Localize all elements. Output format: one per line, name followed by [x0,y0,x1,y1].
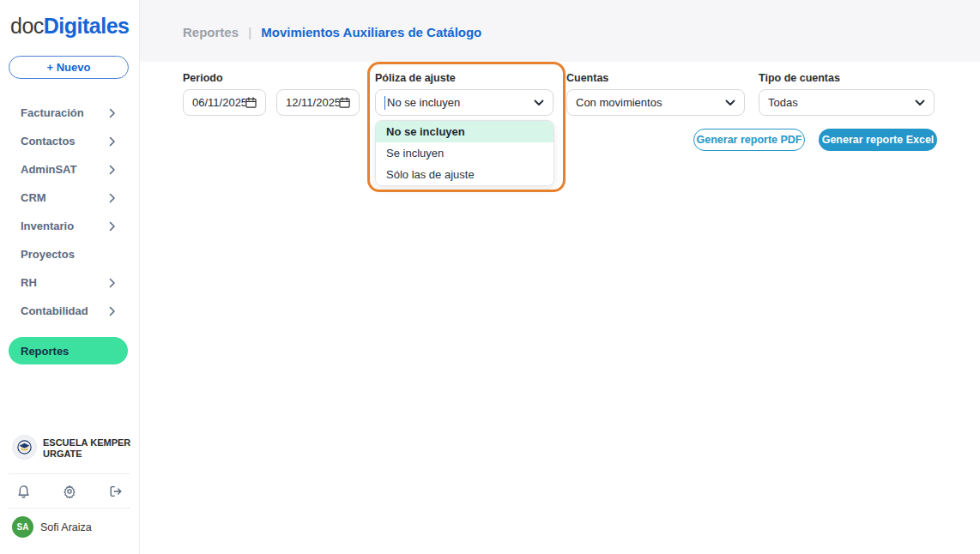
text-cursor [384,96,385,110]
sidebar-icon-row [0,480,140,503]
sidebar-item-label: Reportes [21,345,69,358]
sidebar-item-label: Contactos [21,135,76,148]
main-content: Reportes | Movimientos Auxiliares de Cat… [140,0,980,554]
sidebar: docDigitales + Nuevo Facturación Contact… [0,0,140,554]
chevron-right-icon [109,108,116,118]
sidebar-item-label: AdminSAT [21,163,76,176]
sidebar-item-contabilidad[interactable]: Contabilidad [0,297,140,325]
divider [9,508,130,509]
start-date-input[interactable]: 06/11/2025 [183,89,266,116]
new-button[interactable]: + Nuevo [9,56,129,79]
organization-row[interactable]: ESCUELA KEMPER URGATE [12,435,132,460]
calendar-icon[interactable] [339,97,350,108]
poliza-dropdown-menu: No se incluyen Se incluyen Sólo las de a… [375,120,554,186]
user-avatar: SA [12,516,33,538]
sidebar-item-label: CRM [21,191,46,204]
sidebar-item-adminsat[interactable]: AdminSAT [0,155,140,184]
dropdown-option-solo-las-de-ajuste[interactable]: Sólo las de ajuste [376,164,554,185]
breadcrumb-section[interactable]: Reportes [183,25,239,39]
sidebar-item-contactos[interactable]: Contactos [0,127,140,155]
chevron-down-icon [534,99,544,106]
logout-icon[interactable] [93,485,139,498]
tipo-cuentas-value: Todas [768,96,915,109]
generate-excel-button[interactable]: Generar reporte Excel [819,129,937,151]
sidebar-item-crm[interactable]: CRM [0,184,140,212]
organization-name: ESCUELA KEMPER URGATE [43,435,132,460]
poliza-label: Póliza de ajuste [375,72,456,84]
tipo-cuentas-label: Tipo de cuentas [759,72,840,84]
chevron-right-icon [109,306,116,316]
sidebar-item-label: Proyectos [21,248,75,261]
sidebar-item-inventario[interactable]: Inventario [0,212,140,240]
generate-pdf-button[interactable]: Generar reporte PDF [693,129,805,151]
cuentas-select[interactable]: Con movimientos [566,89,745,116]
breadcrumb: Reportes | Movimientos Auxiliares de Cat… [183,25,481,39]
poliza-select[interactable]: No se incluyen [375,89,554,116]
app-window: docDigitales + Nuevo Facturación Contact… [0,0,980,554]
calendar-icon[interactable] [245,97,257,108]
chevron-right-icon [109,221,116,232]
breadcrumb-separator: | [248,25,251,39]
periodo-label: Periodo [183,72,223,84]
chevron-down-icon [915,99,925,106]
dropdown-option-no-se-incluyen[interactable]: No se incluyen [376,121,554,142]
tipo-cuentas-select[interactable]: Todas [759,89,935,116]
chevron-right-icon [109,278,116,288]
sidebar-item-rh[interactable]: RH [0,268,140,297]
dropdown-option-se-incluyen[interactable]: Se incluyen [376,142,554,164]
user-row[interactable]: SA Sofi Araiza [12,516,92,538]
app-logo: docDigitales [10,14,130,39]
cuentas-value: Con movimientos [576,96,725,109]
logo-part-digitales: Digitales [44,14,130,38]
end-date-value: 12/11/2025 [286,96,339,109]
chevron-right-icon [109,165,116,175]
bell-icon[interactable] [0,485,46,499]
organization-logo-icon [12,435,37,460]
divider [9,473,130,474]
sidebar-nav: Facturación Contactos AdminSAT CRM Inven… [0,99,140,364]
end-date-input[interactable]: 12/11/2025 [276,89,360,116]
chevron-right-icon [109,136,116,147]
gear-icon[interactable] [46,485,93,498]
sidebar-item-label: Contabilidad [21,304,88,317]
cuentas-label: Cuentas [566,72,608,84]
sidebar-item-reportes-active[interactable]: Reportes [9,337,128,364]
sidebar-item-label: Inventario [21,220,74,232]
chevron-down-icon [725,99,735,106]
chevron-right-icon [109,193,116,203]
start-date-value: 06/11/2025 [192,96,245,109]
sidebar-item-proyectos[interactable]: Proyectos [0,240,140,268]
sidebar-item-label: RH [21,276,37,289]
poliza-value: No se incluyen [387,96,534,109]
sidebar-item-facturacion[interactable]: Facturación [0,99,140,127]
user-name: Sofi Araiza [40,521,92,533]
page-title: Movimientos Auxiliares de Catálogo [261,25,481,39]
logo-part-doc: doc [10,14,44,38]
sidebar-item-label: Facturación [21,106,84,119]
